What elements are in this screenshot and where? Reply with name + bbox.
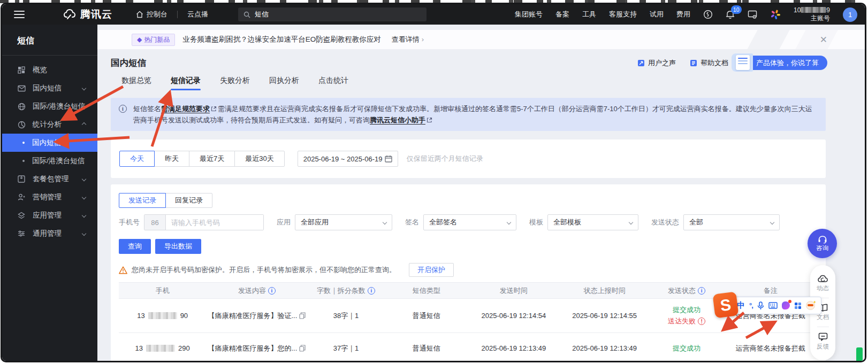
user-voice-link[interactable]: 用户之声 (637, 58, 676, 68)
sidebar-item-statistics[interactable]: 统计分析 (2, 115, 97, 134)
send-status-select[interactable]: 全部 (683, 214, 780, 230)
sogou-ime-logo[interactable]: S (712, 291, 738, 318)
brand-text: 腾讯云 (80, 7, 112, 21)
nav-icp[interactable]: 备案 (555, 10, 569, 19)
tencent-cloud-logo[interactable]: 腾讯云 (63, 7, 112, 21)
hamburger-menu-icon[interactable] (14, 11, 25, 18)
console-link[interactable]: 控制台 (136, 10, 167, 19)
tab-failure-analysis[interactable]: 失败分析 (220, 76, 250, 90)
cloud-logo-icon (63, 9, 76, 20)
sogou-ime-toolbar: 中 °, ✦ (732, 297, 821, 314)
close-icon[interactable]: ✕ (820, 35, 827, 44)
send-status-label: 发送状态 (651, 218, 679, 227)
info-icon[interactable]: i (368, 287, 375, 295)
sidebar-item-marketing-mgmt[interactable]: 营销管理 (2, 188, 97, 206)
phone-country-prefix[interactable]: 86 (144, 215, 166, 230)
app-label: 应用 (277, 218, 291, 227)
product-experience-button[interactable]: 产品体验，你说了算 (742, 56, 827, 70)
ime-assistant-icon[interactable]: ✦ (806, 301, 815, 310)
content-cell: 【痛康精准医疗服务】您的... (206, 344, 307, 353)
news-item[interactable]: 动态 (817, 272, 829, 296)
promo-banner: ◆热门新品 业务频遭盗刷困扰？边缘安全加速平台EO防盗刷教程教你应对 查看详情› (97, 30, 865, 49)
package-icon (17, 175, 26, 183)
lighthouse-pinwheel-icon[interactable] (770, 9, 781, 20)
spec-requirement-link[interactable]: 需满足规范要求 (161, 105, 210, 113)
search-icon (243, 11, 250, 18)
person-icon (17, 193, 26, 202)
phone-redaction (146, 345, 175, 352)
sidebar-item-general-mgmt[interactable]: 通用管理 (2, 224, 97, 243)
phone-number-input[interactable] (166, 215, 263, 230)
search-value: 短信 (255, 10, 269, 19)
col-remark: 备注 (724, 286, 818, 296)
info-icon[interactable]: i (698, 287, 705, 295)
template-select[interactable]: 全部模板 (547, 214, 638, 230)
encryption-warning: 您尚未开启手机号码加密保护。开启后，手机号将加密展示，但不影响您的正常查询。 开… (119, 263, 454, 277)
help-docs-link[interactable]: 帮助文档 (690, 58, 728, 68)
send-records-tab[interactable]: 发送记录 (119, 193, 166, 208)
promo-details-link[interactable]: 查看详情› (392, 35, 424, 44)
sidebar-subitem-domestic-sms-stats[interactable]: 国内短信 (2, 134, 97, 152)
table-row: 13290 【痛康精准医疗服务】您的... 37字｜1 普通短信 2025-06… (119, 332, 818, 361)
info-icon[interactable]: i (268, 287, 276, 295)
feedback-item[interactable]: 反馈 (817, 329, 829, 354)
nav-tools[interactable]: 工具 (582, 10, 596, 19)
date-range-value: 2025-06-19 ~ 2025-06-19 (303, 155, 383, 163)
notification-bell-icon[interactable]: 10 (726, 10, 735, 19)
bullet-dot (22, 160, 25, 162)
quick-30days-button[interactable]: 最近30天 (234, 151, 284, 167)
quick-today-button[interactable]: 今天 (119, 151, 155, 167)
ime-toolbox-grid-icon[interactable] (794, 302, 802, 309)
account-info[interactable]: 109 主账号 (794, 6, 830, 22)
report-time-cell: 2025-06-19 12:14:55 (559, 312, 650, 320)
ime-chinese-mode[interactable]: 中 (737, 300, 745, 311)
microphone-icon[interactable] (757, 301, 764, 310)
voucher-icon[interactable] (703, 10, 713, 19)
search-input[interactable]: 短信 (238, 7, 427, 21)
sidebar-item-app-mgmt[interactable]: 应用管理 (2, 206, 97, 224)
date-range-picker[interactable]: 2025-06-19 ~ 2025-06-19 (298, 151, 398, 167)
app-select[interactable]: 全部应用 (295, 214, 392, 230)
reply-records-tab[interactable]: 回复记录 (165, 193, 212, 208)
query-button[interactable]: 查询 (119, 239, 151, 254)
nav-billing[interactable]: 费用 (676, 10, 690, 19)
banner-decoration (747, 30, 789, 49)
error-icon[interactable]: ! (698, 317, 705, 325)
globe-icon (17, 102, 26, 111)
banner-decoration (795, 30, 837, 49)
record-type-tabs: 发送记录 回复记录 (119, 193, 212, 208)
copy-icon[interactable] (299, 345, 306, 352)
copy-icon[interactable] (299, 312, 306, 319)
nav-trial[interactable]: 试用 (650, 10, 664, 19)
signature-select[interactable]: 全部签名 (423, 214, 516, 230)
promo-text: 业务频遭盗刷困扰？边缘安全加速平台EO防盗刷教程教你应对 (182, 35, 381, 44)
tab-data-overview[interactable]: 数据总览 (121, 76, 151, 90)
sidebar-item-domestic-sms[interactable]: 国内短信 (2, 79, 97, 97)
enable-protection-button[interactable]: 开启保护 (409, 263, 454, 277)
quick-yesterday-button[interactable]: 昨天 (154, 151, 189, 167)
quick-7days-button[interactable]: 最近7天 (189, 151, 235, 167)
sidebar-item-package-mgmt[interactable]: 套餐包管理 (2, 170, 97, 188)
page-tabs: 数据总览 短信记录 失败分析 回执分析 点击统计 (121, 76, 348, 90)
sms-assistant-link[interactable]: 腾讯云短信小助手 (370, 116, 425, 124)
phone-cell: 1390 (119, 312, 206, 320)
console-settings-icon[interactable] (748, 10, 757, 19)
envelope-icon (17, 84, 26, 92)
tab-sms-records[interactable]: 短信记录 (171, 76, 201, 90)
product-link-vod[interactable]: 云点播 (187, 10, 208, 19)
export-data-button[interactable]: 导出数据 (155, 239, 201, 254)
tab-click-stats[interactable]: 点击统计 (318, 76, 348, 90)
tab-receipt-analysis[interactable]: 回执分析 (269, 76, 299, 90)
ime-punctuation-toggle[interactable]: °, (749, 301, 753, 309)
avatar[interactable]: 1 (843, 7, 857, 22)
encryption-warning-text: 您尚未开启手机号码加密保护。开启后，手机号将加密展示，但不影响您的正常查询。 (132, 265, 396, 275)
sidebar-subitem-intl-sms-stats[interactable]: 国际/港澳台短信 (2, 152, 97, 170)
keyboard-icon[interactable] (768, 302, 778, 309)
cloud-icon (818, 275, 828, 283)
nav-support[interactable]: 客服支持 (609, 10, 637, 19)
sidebar-item-overview[interactable]: 概览 (2, 61, 97, 79)
nav-group-account[interactable]: 集团账号 (515, 10, 543, 19)
consult-float-button[interactable]: 咨询 (808, 229, 837, 258)
sidebar-item-intl-sms[interactable]: 国际/港澳台短信 (2, 97, 97, 115)
ime-skin-icon[interactable] (782, 301, 790, 309)
